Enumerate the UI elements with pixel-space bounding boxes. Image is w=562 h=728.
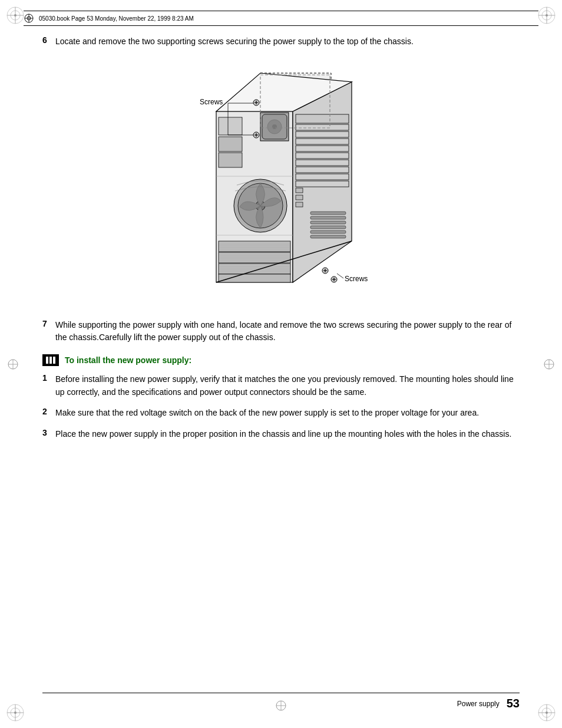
step-7-text: While supporting the power supply with o… — [55, 319, 520, 344]
svg-rect-66 — [296, 167, 349, 173]
footer-page-number: 53 — [507, 697, 520, 710]
install-step-3: 3 Place the new power supply in the prop… — [42, 428, 520, 441]
svg-rect-60 — [296, 124, 349, 130]
section-heading: To install the new power supply: — [42, 354, 520, 366]
svg-rect-72 — [310, 226, 346, 229]
svg-rect-68 — [296, 181, 349, 187]
step-7-line: 7 While supporting the power supply with… — [42, 319, 520, 344]
header-text: 05030.book Page 53 Monday, November 22, … — [39, 15, 194, 22]
install-step-3-text: Place the new power supply in the proper… — [55, 428, 511, 441]
heading-bar-1 — [46, 357, 48, 364]
svg-rect-69 — [310, 212, 346, 215]
svg-rect-65 — [296, 160, 349, 166]
svg-text:Screws: Screws — [345, 275, 368, 283]
svg-rect-70 — [310, 216, 346, 219]
svg-rect-44 — [219, 252, 290, 263]
step-7-block: 7 While supporting the power supply with… — [42, 319, 520, 344]
corner-bl — [5, 702, 26, 723]
install-step-1-number: 1 — [42, 373, 55, 383]
step-6-line: 6 Locate and remove the two supporting s… — [42, 35, 520, 48]
svg-rect-59 — [296, 114, 349, 123]
step-7-number: 7 — [42, 319, 55, 328]
reg-mark-left — [7, 358, 19, 370]
footer: Power supply 53 — [42, 693, 520, 710]
page-wrapper: 05030.book Page 53 Monday, November 22, … — [0, 0, 562, 728]
svg-line-97 — [337, 274, 343, 278]
svg-text:Screws: Screws — [200, 98, 223, 106]
footer-label: Power supply — [457, 700, 500, 708]
svg-rect-40 — [219, 117, 242, 135]
corner-tl — [5, 5, 26, 26]
svg-rect-103 — [296, 202, 303, 207]
svg-rect-64 — [296, 153, 349, 159]
svg-rect-74 — [310, 235, 346, 238]
svg-rect-101 — [296, 188, 303, 193]
step-6-block: 6 Locate and remove the two supporting s… — [42, 35, 520, 48]
svg-rect-67 — [296, 174, 349, 180]
step-6-text: Locate and remove the two supporting scr… — [55, 35, 414, 48]
section-heading-text: To install the new power supply: — [65, 355, 191, 365]
svg-rect-61 — [296, 131, 349, 137]
install-step-2: 2 Make sure that the red voltage switch … — [42, 407, 520, 420]
install-step-2-text: Make sure that the red voltage switch on… — [55, 407, 479, 420]
svg-rect-62 — [296, 139, 349, 144]
svg-rect-63 — [296, 146, 349, 151]
heading-icon — [42, 354, 59, 366]
header-bar: 05030.book Page 53 Monday, November 22, … — [24, 11, 538, 26]
svg-rect-42 — [219, 153, 242, 167]
install-step-1-text: Before installing the new power supply, … — [55, 373, 520, 398]
heading-bar-2 — [49, 357, 52, 364]
svg-rect-45 — [219, 263, 290, 274]
step-6-number: 6 — [42, 35, 55, 45]
install-step-3-number: 3 — [42, 428, 55, 437]
svg-point-78 — [272, 124, 277, 129]
install-step-2-number: 2 — [42, 407, 55, 416]
heading-bar-3 — [53, 357, 55, 364]
computer-diagram: Screws Screws — [169, 58, 393, 306]
heading-icon-inner — [46, 357, 55, 364]
svg-rect-73 — [310, 230, 346, 233]
svg-rect-43 — [219, 241, 290, 252]
header-crosshair-icon — [24, 13, 34, 24]
svg-rect-41 — [219, 137, 242, 151]
svg-rect-102 — [296, 195, 303, 200]
corner-br — [536, 702, 557, 723]
corner-tr — [536, 5, 557, 26]
reg-mark-right — [543, 358, 555, 370]
main-content: 6 Locate and remove the two supporting s… — [42, 35, 520, 681]
svg-rect-71 — [310, 221, 346, 224]
diagram-container: Screws Screws — [42, 58, 520, 306]
install-step-1: 1 Before installing the new power supply… — [42, 373, 520, 398]
